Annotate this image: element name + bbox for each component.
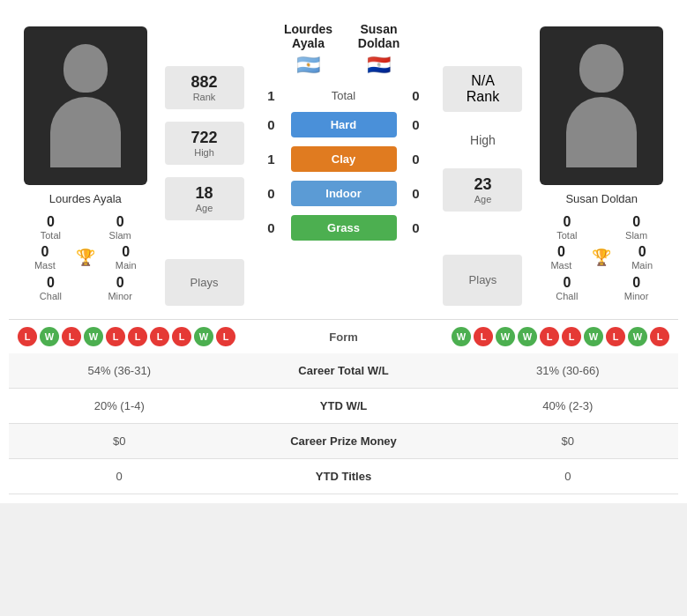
stat-left-value: $0 xyxy=(9,424,229,459)
form-label: Form xyxy=(240,330,447,344)
right-player-card: Susan Doldan 0 Total 0 Slam 0 Mast 🏆 xyxy=(525,18,678,310)
form-badge: W xyxy=(628,327,647,346)
right-trophy-icon: 🏆 xyxy=(592,248,611,267)
stat-left-value: 54% (36-31) xyxy=(9,353,229,389)
hard-row: 0 Hard 0 xyxy=(256,112,432,137)
left-trophy-row: 0 Mast 🏆 0 Main xyxy=(18,244,153,271)
right-age-label: Age xyxy=(446,194,519,204)
grass-left-score: 0 xyxy=(263,220,280,235)
total-left-score: 1 xyxy=(263,88,280,103)
left-rank-box: 882 Rank xyxy=(165,66,244,109)
left-avatar-silhouette xyxy=(41,35,130,176)
form-badge: L xyxy=(606,327,625,346)
form-badge: W xyxy=(584,327,603,346)
left-player-stats: 0 Total 0 Slam xyxy=(18,214,153,241)
right-player-name: Susan Doldan xyxy=(565,192,638,205)
stat-center-label: Career Total W/L xyxy=(229,353,457,389)
form-badge: W xyxy=(496,327,515,346)
right-total-value: 0 xyxy=(563,214,571,230)
left-age-label: Age xyxy=(168,203,241,213)
grass-button[interactable]: Grass xyxy=(291,215,397,241)
right-main-value: 0 xyxy=(638,244,646,260)
left-total-label: Total xyxy=(41,230,61,241)
stats-row: 20% (1-4) YTD W/L 40% (2-3) xyxy=(9,389,678,424)
right-flag: 🇵🇾 xyxy=(344,54,414,77)
clay-row: 1 Clay 0 xyxy=(256,146,432,172)
center-right-name: Susan Doldan xyxy=(344,22,414,50)
total-row: 1 Total 0 xyxy=(256,88,432,103)
left-slam-label: Slam xyxy=(109,230,131,241)
right-stats-panel: N/A Rank High 23 Age Plays xyxy=(441,18,526,310)
stat-left-value: 20% (1-4) xyxy=(9,389,229,424)
hard-left-score: 0 xyxy=(263,117,280,132)
right-mast-value: 0 xyxy=(557,244,565,260)
right-total-block: 0 Total xyxy=(534,214,600,241)
form-badge: W xyxy=(40,327,59,346)
form-section: LWLWLLLLWL Form WLWWLLWLWL xyxy=(9,319,678,353)
right-form-badges: WLWWLLWLWL xyxy=(452,327,669,346)
comparison-section: Lourdes Ayala 0 Total 0 Slam 0 Mast 🏆 xyxy=(9,9,678,319)
left-rank-value: 882 xyxy=(168,73,241,92)
left-player-avatar xyxy=(24,26,147,185)
left-total-block: 0 Total xyxy=(18,214,84,241)
left-slam-value: 0 xyxy=(116,214,124,230)
form-badge: L xyxy=(128,327,147,346)
left-trophy-icon: 🏆 xyxy=(76,248,95,267)
form-badge: L xyxy=(18,327,37,346)
left-minor-block: 0 Minor xyxy=(87,275,153,301)
right-minor-label: Minor xyxy=(624,291,649,301)
right-rank-box: N/A Rank xyxy=(443,66,522,112)
indoor-button[interactable]: Indoor xyxy=(291,181,397,206)
clay-left-score: 1 xyxy=(263,152,280,167)
left-total-value: 0 xyxy=(47,214,55,230)
grass-row: 0 Grass 0 xyxy=(256,215,432,241)
form-badge: L xyxy=(150,327,169,346)
indoor-row: 0 Indoor 0 xyxy=(256,181,432,206)
hard-button[interactable]: Hard xyxy=(291,112,397,137)
right-player-stats: 0 Total 0 Slam xyxy=(534,214,669,241)
stat-right-value: 40% (2-3) xyxy=(458,389,678,424)
right-trophy-row: 0 Mast 🏆 0 Main xyxy=(534,244,669,271)
form-badge: L xyxy=(540,327,559,346)
left-avatar-head xyxy=(63,44,108,93)
right-player-avatar xyxy=(540,26,663,185)
left-chall-label: Chall xyxy=(40,291,62,301)
form-badge: L xyxy=(650,327,669,346)
right-chall-block: 0 Chall xyxy=(534,275,600,301)
left-plays-box: Plays xyxy=(165,259,244,307)
left-stats-panel: 882 Rank 722 High 18 Age Plays xyxy=(162,18,247,310)
left-player-card: Lourdes Ayala 0 Total 0 Slam 0 Mast 🏆 xyxy=(9,18,162,310)
center-left-name: Lourdes Ayala xyxy=(273,22,344,50)
right-chall-value: 0 xyxy=(563,275,571,291)
left-high-value: 722 xyxy=(168,129,241,147)
grass-right-score: 0 xyxy=(407,220,425,235)
left-player-name: Lourdes Ayala xyxy=(49,192,122,205)
stats-row: 0 YTD Titles 0 xyxy=(9,459,678,494)
left-chall-value: 0 xyxy=(47,275,55,291)
left-chall-block: 0 Chall xyxy=(18,275,84,301)
right-total-label: Total xyxy=(556,230,577,241)
indoor-left-score: 0 xyxy=(263,186,280,201)
right-minor-block: 0 Minor xyxy=(603,275,669,301)
right-plays-box: Plays xyxy=(443,255,522,307)
left-high-label: High xyxy=(168,147,241,158)
form-badge: L xyxy=(172,327,191,346)
right-age-value: 23 xyxy=(446,175,519,194)
hard-right-score: 0 xyxy=(407,117,425,132)
right-mast-block: 0 Mast xyxy=(534,244,588,271)
form-badge: L xyxy=(106,327,125,346)
clay-button[interactable]: Clay xyxy=(291,146,397,172)
court-section: Lourdes Ayala 🇦🇷 Susan Doldan 🇵🇾 1 Total… xyxy=(247,18,441,310)
stat-right-value: $0 xyxy=(458,424,678,459)
stats-table: 54% (36-31) Career Total W/L 31% (30-66)… xyxy=(9,353,678,494)
form-badge: L xyxy=(562,327,581,346)
right-main-block: 0 Main xyxy=(615,244,669,271)
stat-right-value: 31% (30-66) xyxy=(458,353,678,389)
left-age-box: 18 Age xyxy=(165,177,244,220)
right-minor-value: 0 xyxy=(632,275,640,291)
left-high-box: 722 High xyxy=(165,122,244,165)
right-plays-label: Plays xyxy=(469,273,497,286)
indoor-right-score: 0 xyxy=(407,186,425,201)
clay-right-score: 0 xyxy=(407,152,425,167)
main-container: Lourdes Ayala 0 Total 0 Slam 0 Mast 🏆 xyxy=(0,0,687,503)
